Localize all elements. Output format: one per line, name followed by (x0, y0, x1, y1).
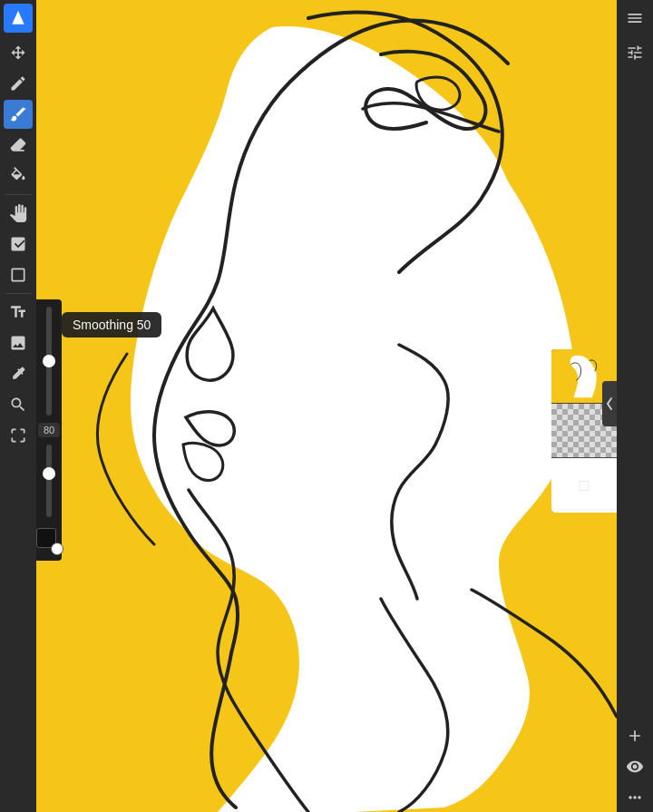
face-drawing (36, 0, 617, 812)
canvas-area[interactable] (36, 0, 617, 812)
warp-tool[interactable] (4, 421, 33, 450)
visibility-icon[interactable] (620, 752, 649, 781)
image-tool[interactable] (4, 328, 33, 357)
brush-tool[interactable] (4, 100, 33, 129)
size-thumb[interactable] (43, 467, 55, 480)
transform-tool[interactable] (4, 230, 33, 259)
pen-tool[interactable] (4, 69, 33, 98)
brush-panel: 80 (36, 299, 62, 561)
layers-expand-button[interactable] (602, 381, 617, 426)
layers-panel: □ (551, 349, 617, 513)
more-options-icon[interactable] (620, 783, 649, 812)
fill-tool[interactable] (4, 161, 33, 191)
layer-3-thumbnail: □ (551, 458, 617, 513)
eyedropper-tool[interactable] (4, 359, 33, 388)
divider2 (5, 293, 32, 294)
shape-tool[interactable] (4, 260, 33, 289)
move-tool[interactable] (4, 38, 33, 67)
divider1 (5, 194, 32, 195)
brush-size-value: 80 (38, 423, 60, 437)
zoom-tool[interactable] (4, 390, 33, 419)
left-toolbar (0, 0, 36, 812)
opacity-slider[interactable] (46, 307, 52, 416)
opacity-thumb[interactable] (43, 355, 55, 367)
secondary-color-swatch[interactable] (51, 543, 63, 555)
size-slider[interactable] (46, 445, 52, 517)
pan-tool[interactable] (4, 199, 33, 228)
right-toolbar (617, 0, 653, 812)
add-layer-icon[interactable] (620, 721, 649, 750)
adjust-icon[interactable] (620, 38, 649, 67)
settings-icon[interactable] (620, 4, 649, 33)
eraser-tool[interactable] (4, 131, 33, 160)
layer-item-3[interactable]: □ (551, 458, 617, 513)
text-tool[interactable] (4, 298, 33, 327)
app-logo[interactable] (4, 4, 33, 33)
